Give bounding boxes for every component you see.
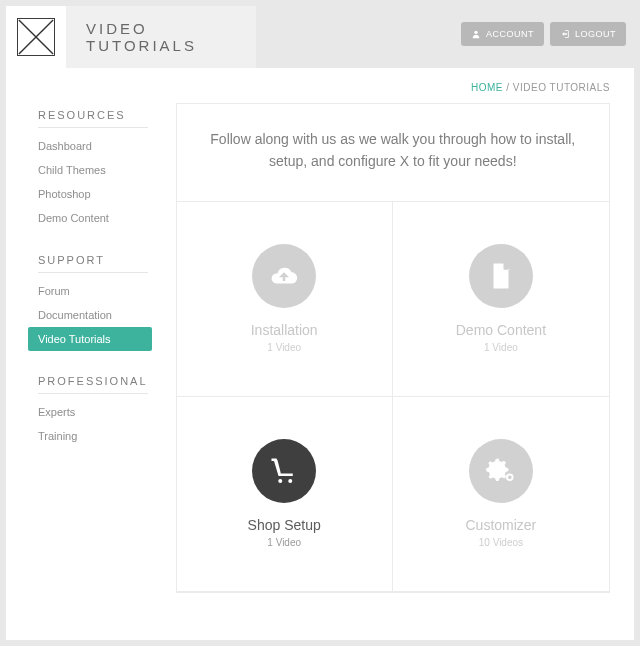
- logo[interactable]: [6, 6, 66, 68]
- user-icon: [471, 29, 481, 39]
- sidebar-item-experts[interactable]: Experts: [6, 400, 162, 424]
- breadcrumb: HOME / VIDEO TUTORIALS: [6, 68, 634, 103]
- logout-icon: [560, 29, 570, 39]
- page: HOME / VIDEO TUTORIALS RESOURCES Dashboa…: [6, 68, 634, 640]
- cloud-upload-icon: [252, 244, 316, 308]
- file-icon: [469, 244, 533, 308]
- svg-point-5: [288, 479, 292, 483]
- topbar: VIDEO TUTORIALS ACCOUNT LOGOUT: [0, 0, 640, 68]
- tile-count: 1 Video: [267, 537, 301, 548]
- sidebar-item-photoshop[interactable]: Photoshop: [6, 182, 162, 206]
- tile-title: Customizer: [465, 517, 536, 533]
- intro-text: Follow along with us as we walk you thro…: [177, 104, 609, 202]
- page-title-block: VIDEO TUTORIALS: [66, 6, 256, 68]
- sidebar-item-dashboard[interactable]: Dashboard: [6, 134, 162, 158]
- nav-heading-resources: RESOURCES: [38, 103, 148, 128]
- svg-point-3: [474, 31, 477, 34]
- sidebar-item-video-tutorials[interactable]: Video Tutorials: [28, 327, 152, 351]
- tile-count: 10 Videos: [479, 537, 523, 548]
- tile-demo-content[interactable]: Demo Content 1 Video: [393, 202, 609, 397]
- sidebar-item-documentation[interactable]: Documentation: [6, 303, 162, 327]
- tile-shop-setup[interactable]: Shop Setup 1 Video: [177, 397, 393, 592]
- breadcrumb-current: VIDEO TUTORIALS: [513, 82, 610, 93]
- sidebar-item-demo-content[interactable]: Demo Content: [6, 206, 162, 230]
- page-title: VIDEO TUTORIALS: [86, 20, 236, 54]
- x-logo-icon: [17, 18, 55, 56]
- topbar-buttons: ACCOUNT LOGOUT: [461, 0, 640, 68]
- panel: Follow along with us as we walk you thro…: [176, 103, 610, 593]
- tile-count: 1 Video: [484, 342, 518, 353]
- tile-title: Shop Setup: [248, 517, 321, 533]
- nav-heading-professional: PROFESSIONAL: [38, 369, 148, 394]
- sidebar-item-forum[interactable]: Forum: [6, 279, 162, 303]
- breadcrumb-home[interactable]: HOME: [471, 82, 503, 93]
- sidebar: RESOURCES Dashboard Child Themes Photosh…: [6, 103, 162, 640]
- gears-icon: [469, 439, 533, 503]
- sidebar-item-child-themes[interactable]: Child Themes: [6, 158, 162, 182]
- tile-installation[interactable]: Installation 1 Video: [177, 202, 393, 397]
- cart-icon: [252, 439, 316, 503]
- tiles-grid: Installation 1 Video Demo Content 1 Vide…: [177, 202, 609, 592]
- logout-button[interactable]: LOGOUT: [550, 22, 626, 46]
- main: Follow along with us as we walk you thro…: [162, 103, 634, 640]
- svg-point-4: [278, 479, 282, 483]
- sidebar-item-training[interactable]: Training: [6, 424, 162, 448]
- tile-title: Installation: [251, 322, 318, 338]
- nav-heading-support: SUPPORT: [38, 248, 148, 273]
- tile-title: Demo Content: [456, 322, 546, 338]
- tile-count: 1 Video: [267, 342, 301, 353]
- tile-customizer[interactable]: Customizer 10 Videos: [393, 397, 609, 592]
- account-button[interactable]: ACCOUNT: [461, 22, 544, 46]
